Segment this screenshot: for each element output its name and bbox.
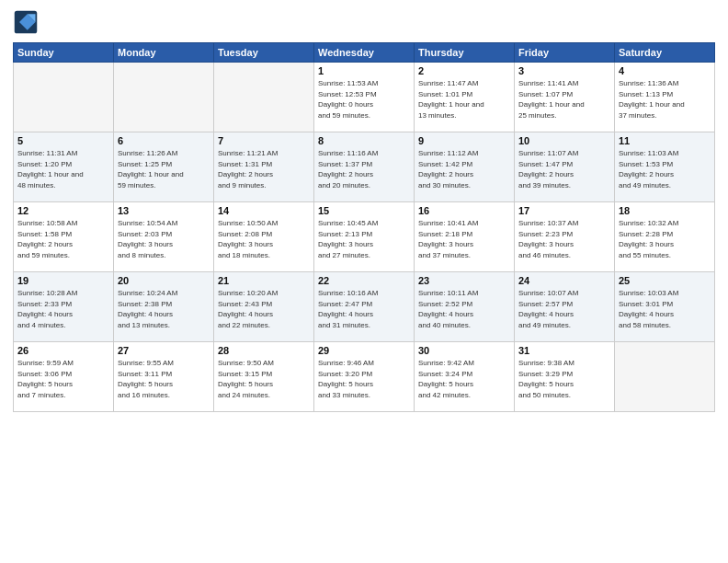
- calendar-cell: 1Sunrise: 11:53 AM Sunset: 12:53 PM Dayl…: [314, 63, 415, 132]
- logo: [13, 9, 42, 35]
- day-info: Sunrise: 11:26 AM Sunset: 1:25 PM Daylig…: [118, 148, 210, 190]
- calendar-cell: 4Sunrise: 11:36 AM Sunset: 1:13 PM Dayli…: [615, 63, 715, 132]
- calendar-cell: 11Sunrise: 11:03 AM Sunset: 1:53 PM Dayl…: [615, 132, 715, 202]
- day-number: 27: [118, 345, 210, 356]
- calendar-cell: 26Sunrise: 9:59 AM Sunset: 3:06 PM Dayli…: [14, 342, 114, 412]
- day-info: Sunrise: 9:46 AM Sunset: 3:20 PM Dayligh…: [318, 358, 410, 400]
- day-number: 10: [518, 135, 610, 146]
- calendar-cell: 24Sunrise: 10:07 AM Sunset: 2:57 PM Dayl…: [515, 272, 615, 342]
- day-number: 6: [118, 135, 210, 146]
- calendar-cell: [214, 63, 314, 132]
- day-number: 15: [318, 205, 410, 216]
- day-info: Sunrise: 11:53 AM Sunset: 12:53 PM Dayli…: [318, 78, 410, 121]
- header: [13, 9, 715, 35]
- day-number: 29: [318, 345, 410, 356]
- day-number: 2: [418, 65, 510, 76]
- header-cell-wednesday: Wednesday: [314, 43, 415, 63]
- calendar-cell: 8Sunrise: 11:16 AM Sunset: 1:37 PM Dayli…: [314, 132, 415, 202]
- day-info: Sunrise: 11:07 AM Sunset: 1:47 PM Daylig…: [518, 148, 610, 190]
- calendar-cell: 10Sunrise: 11:07 AM Sunset: 1:47 PM Dayl…: [515, 132, 615, 202]
- calendar-cell: 17Sunrise: 10:37 AM Sunset: 2:23 PM Dayl…: [515, 202, 615, 272]
- day-info: Sunrise: 9:38 AM Sunset: 3:29 PM Dayligh…: [518, 358, 610, 400]
- day-number: 26: [17, 345, 109, 356]
- calendar-cell: 21Sunrise: 10:20 AM Sunset: 2:43 PM Dayl…: [214, 272, 314, 342]
- day-info: Sunrise: 10:20 AM Sunset: 2:43 PM Daylig…: [218, 288, 310, 330]
- day-number: 17: [518, 205, 610, 216]
- day-number: 4: [619, 65, 711, 76]
- day-number: 3: [518, 65, 610, 76]
- day-number: 5: [17, 135, 109, 146]
- day-number: 16: [418, 205, 510, 216]
- calendar-cell: 2Sunrise: 11:47 AM Sunset: 1:01 PM Dayli…: [415, 63, 515, 132]
- day-info: Sunrise: 9:55 AM Sunset: 3:11 PM Dayligh…: [118, 358, 210, 400]
- calendar-cell: [14, 63, 114, 132]
- day-info: Sunrise: 11:31 AM Sunset: 1:20 PM Daylig…: [17, 148, 109, 190]
- day-number: 11: [619, 135, 711, 146]
- day-info: Sunrise: 11:16 AM Sunset: 1:37 PM Daylig…: [318, 148, 410, 190]
- day-info: Sunrise: 10:07 AM Sunset: 2:57 PM Daylig…: [518, 288, 610, 330]
- week-row: 1Sunrise: 11:53 AM Sunset: 12:53 PM Dayl…: [14, 63, 715, 132]
- calendar-cell: [615, 342, 715, 412]
- header-cell-tuesday: Tuesday: [214, 43, 314, 63]
- calendar-cell: 20Sunrise: 10:24 AM Sunset: 2:38 PM Dayl…: [114, 272, 214, 342]
- day-info: Sunrise: 11:36 AM Sunset: 1:13 PM Daylig…: [619, 78, 711, 121]
- week-row: 19Sunrise: 10:28 AM Sunset: 2:33 PM Dayl…: [14, 272, 715, 342]
- calendar-cell: 7Sunrise: 11:21 AM Sunset: 1:31 PM Dayli…: [214, 132, 314, 202]
- calendar-cell: 3Sunrise: 11:41 AM Sunset: 1:07 PM Dayli…: [515, 63, 615, 132]
- day-info: Sunrise: 10:54 AM Sunset: 2:03 PM Daylig…: [118, 218, 210, 260]
- calendar-cell: 30Sunrise: 9:42 AM Sunset: 3:24 PM Dayli…: [415, 342, 515, 412]
- day-info: Sunrise: 10:03 AM Sunset: 3:01 PM Daylig…: [619, 288, 711, 330]
- calendar-cell: 18Sunrise: 10:32 AM Sunset: 2:28 PM Dayl…: [615, 202, 715, 272]
- day-info: Sunrise: 11:12 AM Sunset: 1:42 PM Daylig…: [418, 148, 510, 190]
- day-number: 7: [218, 135, 310, 146]
- day-info: Sunrise: 10:16 AM Sunset: 2:47 PM Daylig…: [318, 288, 410, 330]
- day-number: 30: [418, 345, 510, 356]
- day-number: 12: [17, 205, 109, 216]
- calendar-cell: 15Sunrise: 10:45 AM Sunset: 2:13 PM Dayl…: [314, 202, 415, 272]
- header-cell-friday: Friday: [515, 43, 615, 63]
- week-row: 12Sunrise: 10:58 AM Sunset: 1:58 PM Dayl…: [14, 202, 715, 272]
- day-info: Sunrise: 11:47 AM Sunset: 1:01 PM Daylig…: [418, 78, 510, 121]
- day-number: 20: [118, 275, 210, 286]
- calendar-cell: [114, 63, 214, 132]
- day-info: Sunrise: 10:11 AM Sunset: 2:52 PM Daylig…: [418, 288, 510, 330]
- day-info: Sunrise: 9:50 AM Sunset: 3:15 PM Dayligh…: [218, 358, 310, 400]
- day-info: Sunrise: 10:41 AM Sunset: 2:18 PM Daylig…: [418, 218, 510, 260]
- day-number: 22: [318, 275, 410, 286]
- header-cell-monday: Monday: [114, 43, 214, 63]
- header-cell-saturday: Saturday: [615, 43, 715, 63]
- calendar-cell: 5Sunrise: 11:31 AM Sunset: 1:20 PM Dayli…: [14, 132, 114, 202]
- day-info: Sunrise: 10:37 AM Sunset: 2:23 PM Daylig…: [518, 218, 610, 260]
- header-row: SundayMondayTuesdayWednesdayThursdayFrid…: [14, 43, 715, 63]
- day-number: 19: [17, 275, 109, 286]
- day-info: Sunrise: 11:03 AM Sunset: 1:53 PM Daylig…: [619, 148, 711, 190]
- calendar-cell: 16Sunrise: 10:41 AM Sunset: 2:18 PM Dayl…: [415, 202, 515, 272]
- calendar-cell: 19Sunrise: 10:28 AM Sunset: 2:33 PM Dayl…: [14, 272, 114, 342]
- calendar-cell: 12Sunrise: 10:58 AM Sunset: 1:58 PM Dayl…: [14, 202, 114, 272]
- day-number: 13: [118, 205, 210, 216]
- day-number: 28: [218, 345, 310, 356]
- day-info: Sunrise: 10:28 AM Sunset: 2:33 PM Daylig…: [17, 288, 109, 330]
- calendar-cell: 14Sunrise: 10:50 AM Sunset: 2:08 PM Dayl…: [214, 202, 314, 272]
- day-info: Sunrise: 9:59 AM Sunset: 3:06 PM Dayligh…: [17, 358, 109, 400]
- day-info: Sunrise: 10:24 AM Sunset: 2:38 PM Daylig…: [118, 288, 210, 330]
- day-number: 14: [218, 205, 310, 216]
- calendar-cell: 9Sunrise: 11:12 AM Sunset: 1:42 PM Dayli…: [415, 132, 515, 202]
- calendar-cell: 25Sunrise: 10:03 AM Sunset: 3:01 PM Dayl…: [615, 272, 715, 342]
- day-number: 24: [518, 275, 610, 286]
- calendar-cell: 22Sunrise: 10:16 AM Sunset: 2:47 PM Dayl…: [314, 272, 415, 342]
- header-cell-sunday: Sunday: [14, 43, 114, 63]
- calendar-cell: 29Sunrise: 9:46 AM Sunset: 3:20 PM Dayli…: [314, 342, 415, 412]
- day-info: Sunrise: 10:58 AM Sunset: 1:58 PM Daylig…: [17, 218, 109, 260]
- day-number: 8: [318, 135, 410, 146]
- day-info: Sunrise: 10:50 AM Sunset: 2:08 PM Daylig…: [218, 218, 310, 260]
- calendar-cell: 27Sunrise: 9:55 AM Sunset: 3:11 PM Dayli…: [114, 342, 214, 412]
- day-info: Sunrise: 9:42 AM Sunset: 3:24 PM Dayligh…: [418, 358, 510, 400]
- day-number: 25: [619, 275, 711, 286]
- calendar-cell: 23Sunrise: 10:11 AM Sunset: 2:52 PM Dayl…: [415, 272, 515, 342]
- day-number: 18: [619, 205, 711, 216]
- calendar-table: SundayMondayTuesdayWednesdayThursdayFrid…: [13, 42, 715, 412]
- calendar-cell: 13Sunrise: 10:54 AM Sunset: 2:03 PM Dayl…: [114, 202, 214, 272]
- day-number: 31: [518, 345, 610, 356]
- day-number: 9: [418, 135, 510, 146]
